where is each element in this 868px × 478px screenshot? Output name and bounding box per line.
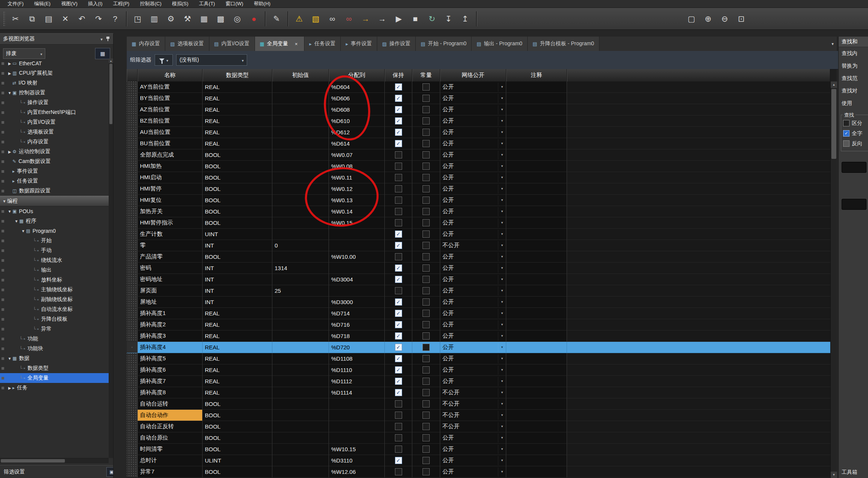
watch-window-button[interactable]: ▩ — [213, 11, 229, 27]
retain-checkbox[interactable] — [395, 95, 402, 102]
zoom-out-button[interactable]: ⊖ — [717, 11, 733, 27]
tree-horizontal-scrollbar[interactable] — [0, 458, 109, 463]
cell-data-type[interactable]: BOOL — [203, 206, 272, 217]
variable-row-8[interactable]: HMI启动BOOL%W0.11公开 — [127, 172, 830, 183]
copy-button[interactable]: ⧉ — [24, 11, 40, 27]
constant-checkbox[interactable] — [422, 310, 430, 317]
cell-allocated-to[interactable]: %W0.07 — [329, 149, 385, 161]
cell-data-type[interactable]: REAL — [203, 330, 272, 342]
constant-checkbox[interactable] — [422, 253, 430, 260]
cell-allocated-to[interactable]: %D718 — [329, 330, 385, 342]
cell-network-publish[interactable]: 公开 — [440, 432, 506, 444]
toolbar-drag-handle[interactable] — [3, 11, 6, 26]
menu-item-7[interactable]: 工具(T) — [194, 0, 220, 8]
retain-checkbox[interactable] — [395, 231, 402, 238]
undo-button[interactable]: ↶ — [74, 11, 90, 27]
cell-data-type[interactable]: UINT — [203, 229, 272, 240]
retain-checkbox[interactable] — [395, 378, 402, 385]
constant-checkbox[interactable] — [422, 231, 430, 238]
cell-initial-value[interactable] — [272, 353, 329, 364]
variable-row-19[interactable]: 屏地址INT%D3000公开 — [127, 297, 830, 308]
cell-name[interactable]: 零 — [138, 240, 203, 251]
cell-name[interactable]: AY当前位置 — [138, 81, 203, 93]
constant-checkbox[interactable] — [422, 457, 430, 464]
menu-item-6[interactable]: 模拟(S) — [167, 0, 194, 8]
zoom-fit-button[interactable]: ⊡ — [733, 11, 749, 27]
row-grip[interactable] — [127, 342, 138, 353]
replace-button-fragment[interactable] — [842, 199, 866, 210]
check-program-button[interactable]: ⚠ — [291, 11, 307, 27]
cell-allocated-to[interactable]: %D604 — [329, 81, 385, 93]
retain-checkbox[interactable] — [395, 276, 402, 283]
row-grip[interactable] — [127, 297, 138, 308]
dropdown-arrow-icon[interactable] — [498, 332, 506, 341]
row-grip[interactable] — [127, 251, 138, 263]
column-header-0[interactable]: 名称 — [138, 69, 203, 81]
variable-row-18[interactable]: 屏页面INT25公开 — [127, 285, 830, 297]
variable-row-10[interactable]: HMI复位BOOL%W0.13公开 — [127, 195, 830, 206]
variable-row-30[interactable]: 自动台正反转BOOL不公开 — [127, 421, 830, 432]
menu-item-2[interactable]: 视图(V) — [56, 0, 83, 8]
cell-comment[interactable] — [506, 127, 567, 138]
cell-comment[interactable] — [506, 81, 567, 93]
cell-name[interactable]: HMI暂停指示 — [138, 217, 203, 229]
variable-row-11[interactable]: 加热开关BOOL%W0.14公开 — [127, 206, 830, 217]
row-grip[interactable] — [127, 127, 138, 138]
retain-checkbox[interactable] — [395, 366, 402, 373]
dropdown-arrow-icon[interactable] — [498, 184, 506, 194]
tree-item-10[interactable]: ✎Cam数据设置 — [0, 157, 109, 166]
cell-name[interactable]: 生产计数 — [138, 229, 203, 240]
cell-comment[interactable] — [506, 410, 567, 421]
cell-allocated-to[interactable]: %D612 — [329, 127, 385, 138]
cell-initial-value[interactable] — [272, 466, 329, 478]
row-grip[interactable] — [127, 263, 138, 274]
cell-allocated-to[interactable] — [329, 285, 385, 297]
tree-item-0[interactable]: ▶▭EtherCAT — [0, 58, 109, 68]
cell-data-type[interactable]: REAL — [203, 376, 272, 387]
cell-comment[interactable] — [506, 398, 567, 410]
tab-7[interactable]: ▤开始 - Program0 — [416, 37, 472, 51]
dropdown-arrow-icon[interactable] — [498, 422, 506, 431]
variable-row-24[interactable]: 插补高度5REAL%D1108公开 — [127, 353, 830, 364]
variable-row-31[interactable]: 自动台原位BOOL公开 — [127, 432, 830, 444]
cell-initial-value[interactable] — [272, 206, 329, 217]
cell-initial-value[interactable] — [272, 172, 329, 183]
view-3d-button[interactable]: ◳ — [130, 11, 146, 27]
cell-comment[interactable] — [506, 138, 567, 149]
tree-item-29[interactable]: ▫功能块 — [0, 344, 109, 354]
row-grip[interactable] — [127, 172, 138, 183]
constant-checkbox[interactable] — [422, 400, 430, 407]
cell-network-publish[interactable]: 公开 — [440, 263, 506, 274]
variable-row-14[interactable]: 零INT0不公开 — [127, 240, 830, 251]
tree-item-3[interactable]: ▼▣控制器设置 — [0, 88, 109, 98]
tree-item-23[interactable]: ▫主轴绕线坐标 — [0, 285, 109, 295]
page-layout-button[interactable]: ▥ — [146, 11, 162, 27]
tree-expander-icon[interactable]: ▶ — [7, 71, 12, 75]
retain-checkbox[interactable] — [395, 287, 402, 294]
row-grip[interactable] — [127, 229, 138, 240]
cell-name[interactable]: 密码地址 — [138, 274, 203, 285]
constant-checkbox[interactable] — [422, 321, 430, 328]
retain-checkbox[interactable] — [395, 434, 402, 441]
cell-initial-value[interactable] — [272, 432, 329, 444]
constant-checkbox[interactable] — [422, 129, 430, 136]
cell-data-type[interactable]: BOOL — [203, 251, 272, 263]
filter-settings-bar[interactable]: 筛选设置 ▣ — [0, 465, 114, 478]
menu-item-9[interactable]: 帮助(H) — [249, 0, 276, 8]
io-map-window-button[interactable]: ▦ — [196, 11, 212, 27]
cell-allocated-to[interactable] — [329, 398, 385, 410]
retain-checkbox[interactable] — [395, 129, 402, 136]
cell-comment[interactable] — [506, 387, 567, 398]
cell-data-type[interactable]: REAL — [203, 93, 272, 104]
tree-item-28[interactable]: ▫功能 — [0, 334, 109, 344]
cell-data-type[interactable]: BOOL — [203, 149, 272, 161]
retain-checkbox[interactable] — [395, 197, 402, 204]
menu-item-5[interactable]: 控制器(C) — [135, 0, 167, 8]
menu-item-1[interactable]: 编辑(E) — [29, 0, 56, 8]
delete-button[interactable]: ✕ — [57, 11, 73, 27]
cell-comment[interactable] — [506, 297, 567, 308]
cell-allocated-to[interactable]: %D614 — [329, 138, 385, 149]
dropdown-arrow-icon[interactable] — [498, 354, 506, 363]
cell-initial-value[interactable] — [272, 387, 329, 398]
cell-name[interactable]: 自动台正反转 — [138, 421, 203, 432]
